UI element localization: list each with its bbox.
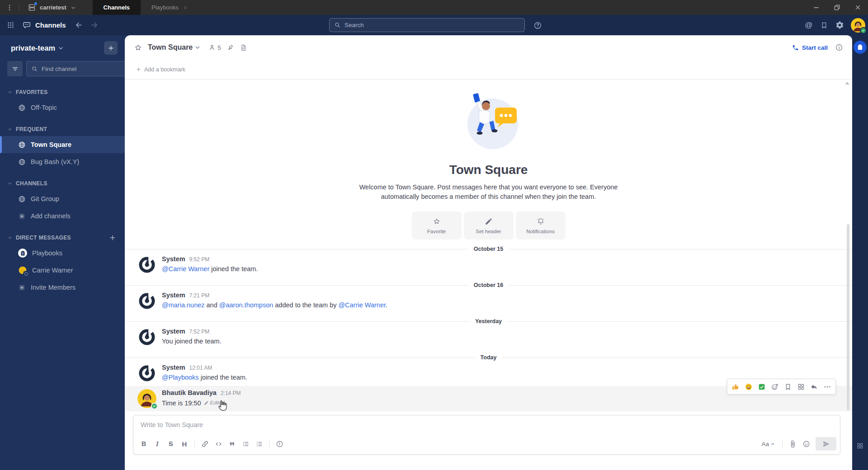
scrollbar-up-arrow[interactable]: [845, 82, 849, 85]
numbered-list-button[interactable]: 123: [252, 437, 266, 450]
history-back-button[interactable]: [72, 19, 86, 32]
user-avatar-button[interactable]: [851, 18, 865, 33]
date-divider-label: October 16: [468, 282, 509, 288]
team-menu-chevron-icon[interactable]: [57, 45, 64, 52]
global-search[interactable]: [329, 18, 525, 32]
playbooks-app-button[interactable]: [854, 41, 867, 54]
message-row[interactable]: Bhautik Bavadiya2:14 PMTime is 19:50Edit…: [125, 386, 852, 411]
message-row[interactable]: System7:21 PM@maria.nunez and @aaron.tho…: [125, 288, 852, 314]
pinned-posts-button[interactable]: [226, 44, 234, 52]
mention-link[interactable]: @aaron.thompson: [219, 301, 274, 309]
message-priority-icon: [276, 440, 283, 448]
add-reaction-button[interactable]: [769, 381, 781, 393]
sidebar-item-git-group[interactable]: Git Group: [0, 190, 125, 207]
heading-button[interactable]: H: [178, 437, 191, 450]
sidebar-item-town-square[interactable]: Town Square: [0, 136, 125, 153]
send-message-button[interactable]: [816, 437, 836, 451]
pencil-icon: [485, 217, 493, 226]
italic-button[interactable]: I: [151, 437, 164, 450]
intro-action-favorite[interactable]: Favorite: [412, 212, 462, 240]
attach-file-button[interactable]: [786, 437, 799, 450]
mention-link[interactable]: @maria.nunez: [162, 301, 205, 309]
favorite-channel-button[interactable]: [134, 43, 142, 52]
bulleted-list-button[interactable]: [239, 437, 252, 450]
thumbs-up-reaction-button[interactable]: [729, 381, 742, 393]
sidebar-section-header-favorites[interactable]: FAVORITES: [0, 85, 125, 99]
channel-menu-chevron-icon[interactable]: [194, 44, 201, 51]
sidebar-item-off-topic[interactable]: Off-Topic: [0, 99, 125, 116]
message-row[interactable]: System9:52 PM@Carrie Warner joined the t…: [125, 252, 852, 277]
window-controls: [806, 0, 868, 15]
start-call-button[interactable]: Start call: [792, 44, 828, 51]
divider-line: [509, 285, 852, 286]
message-row[interactable]: System7:52 PMYou joined the team.: [125, 324, 852, 350]
sidebar-item-playbooks[interactable]: Playbooks: [0, 244, 125, 262]
bell-icon: [537, 217, 545, 226]
team-name[interactable]: private-team: [11, 44, 55, 52]
app-tab-playbooks[interactable]: Playbooks: [141, 0, 199, 15]
message-input[interactable]: Write to Town Square: [133, 415, 840, 436]
mentions-button[interactable]: @: [802, 19, 816, 32]
bold-button[interactable]: B: [137, 437, 151, 450]
mention-link[interactable]: @Carrie Warner: [339, 301, 386, 309]
app-tab-channels[interactable]: Channels: [93, 0, 141, 15]
link-button[interactable]: [198, 437, 212, 450]
scrollbar-thumb[interactable]: [847, 224, 849, 410]
more-actions-button[interactable]: [821, 381, 834, 393]
mention-link[interactable]: @Carrie Warner: [162, 265, 209, 273]
intro-action-notifications[interactable]: Notifications: [516, 212, 566, 240]
message-timestamp: 7:52 PM: [189, 329, 210, 335]
emoji-grin-icon: [745, 383, 753, 391]
channel-label: Bug Bash (vX.Y): [31, 158, 79, 165]
hide-formatting-button[interactable]: Aa: [758, 437, 779, 450]
find-channel-box[interactable]: [26, 61, 125, 76]
member-count-button[interactable]: 5: [208, 44, 221, 51]
server-selector[interactable]: carrietest: [19, 0, 85, 15]
intro-action-set-header[interactable]: Set header: [464, 212, 514, 240]
message-priority-button[interactable]: [273, 437, 286, 450]
sidebar-section-header-channels[interactable]: CHANNELS: [0, 177, 125, 190]
date-divider-label: Today: [475, 354, 503, 361]
channel-intro-illustration: [125, 91, 852, 155]
settings-button[interactable]: [833, 19, 846, 32]
sidebar-item-add-channels[interactable]: Add channels: [0, 207, 125, 225]
channel-name[interactable]: Town Square: [148, 43, 193, 52]
save-message-button[interactable]: [782, 381, 794, 393]
restore-button[interactable]: [826, 0, 847, 15]
sidebar-item-bug-bash-vx-y[interactable]: Bug Bash (vX.Y): [0, 153, 125, 170]
grinning-reaction-button[interactable]: [742, 381, 755, 393]
channel-files-button[interactable]: [240, 44, 247, 52]
history-forward-button[interactable]: [88, 19, 101, 32]
chevron-up-icon: [770, 442, 775, 446]
add-channel-button[interactable]: [104, 41, 118, 55]
divider-line: [509, 249, 852, 249]
sidebar-item-carrie-warner[interactable]: Carrie Warner: [0, 262, 125, 279]
app-menu-button[interactable]: [0, 0, 19, 15]
check-mark-reaction-button[interactable]: [755, 381, 768, 393]
formatting-toolbar: BISH123 Aa: [133, 436, 840, 454]
sidebar-item-invite-members[interactable]: Invite Members: [0, 279, 125, 296]
find-channel-input[interactable]: [42, 66, 122, 72]
app-marketplace-button[interactable]: [854, 439, 867, 452]
product-switcher-button[interactable]: [4, 19, 17, 32]
message-apps-button[interactable]: [795, 381, 807, 393]
mention-link[interactable]: @Playbooks: [162, 374, 199, 381]
quote-button[interactable]: [225, 437, 239, 450]
channel-info-button[interactable]: [835, 43, 843, 52]
sidebar-section-header-frequent[interactable]: FREQUENT: [0, 122, 125, 136]
close-button[interactable]: [847, 0, 868, 15]
channel-filter-button[interactable]: [7, 61, 23, 76]
minimize-button[interactable]: [806, 0, 826, 15]
emoji-picker-button[interactable]: [799, 437, 813, 450]
post-list[interactable]: Town Square Welcome to Town Square. Post…: [125, 80, 852, 412]
reply-button[interactable]: [808, 381, 821, 393]
help-button[interactable]: [531, 19, 544, 32]
saved-posts-button[interactable]: [817, 19, 831, 32]
strikethrough-button[interactable]: S: [164, 437, 178, 450]
code-button[interactable]: [212, 437, 225, 450]
search-input[interactable]: [344, 22, 520, 28]
message-composer[interactable]: Write to Town Square BISH123 Aa: [133, 415, 840, 455]
intro-action-label: Notifications: [526, 229, 555, 234]
sidebar-section-header-direct-messages[interactable]: DIRECT MESSAGES: [0, 231, 125, 244]
add-bookmark-button[interactable]: Add a bookmark: [125, 60, 852, 80]
